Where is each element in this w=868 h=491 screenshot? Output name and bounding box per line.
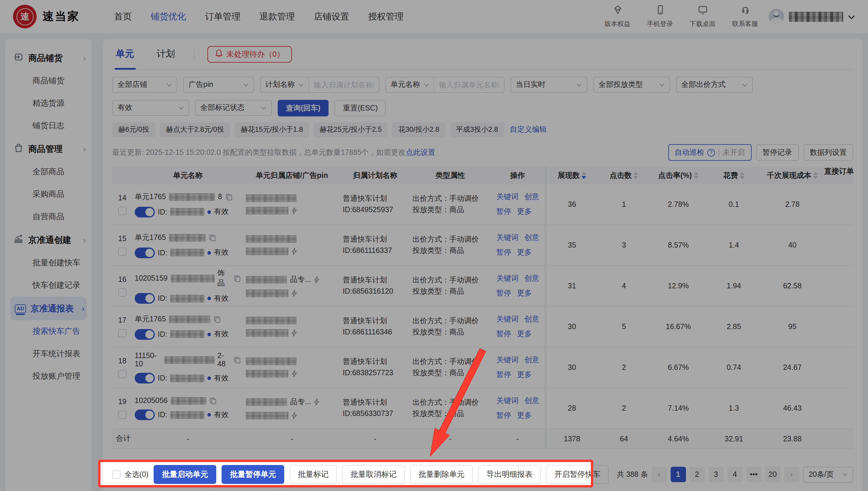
batch-button-开启暂停快车[interactable]: 开启暂停快车 <box>546 465 609 484</box>
plan-name-input[interactable] <box>309 81 379 89</box>
pending-todo-button[interactable]: 未处理待办（0） <box>207 46 292 62</box>
more-link[interactable]: 更多 <box>517 329 532 339</box>
sidebar-item-全部商品[interactable]: 全部商品 <box>5 161 92 183</box>
preset-chip[interactable]: 赫花15元/投小于1.8 <box>235 122 309 137</box>
status-select[interactable]: 有效 <box>112 100 189 116</box>
sort-icon[interactable] <box>740 172 745 179</box>
sidebar-item-搜索快车广告[interactable]: 搜索快车广告 <box>5 320 92 343</box>
batch-button-批量暂停单元[interactable]: 批量暂停单元 <box>222 465 285 484</box>
unit-enabled-toggle[interactable] <box>135 206 155 217</box>
header-metric-点击数[interactable]: 点击数 <box>599 167 649 184</box>
batch-button-批量删除单元[interactable]: 批量删除单元 <box>410 465 473 484</box>
pause-link[interactable]: 暂停 <box>496 248 511 258</box>
keyword-link[interactable]: 关键词 <box>496 192 519 202</box>
row-checkbox[interactable] <box>118 288 126 297</box>
row-checkbox[interactable] <box>118 248 126 256</box>
more-link[interactable]: 更多 <box>517 207 532 217</box>
sidebar-item-自营商品[interactable]: 自营商品 <box>5 206 92 228</box>
put-type-select[interactable]: 全部投放类型 <box>593 77 670 93</box>
row-checkbox[interactable] <box>118 370 126 378</box>
ad-pin-select[interactable]: 广告pin <box>183 77 254 93</box>
sort-icon[interactable] <box>634 172 638 179</box>
unit-name-type-select[interactable]: 单元名称 <box>386 78 434 92</box>
pause-record-button[interactable]: 暂停记录 <box>756 144 799 161</box>
pause-link[interactable]: 暂停 <box>496 288 511 298</box>
auto-inspect-button[interactable]: 自动巡检 ? | 未开启 <box>668 144 752 161</box>
unit-name-input[interactable] <box>434 81 504 89</box>
preset-chip[interactable]: 赫花25元/投小于2.5 <box>314 122 388 137</box>
change-settings-link[interactable]: 点此设置 <box>406 148 435 156</box>
mark-status-select[interactable]: 全部标记状态 <box>195 100 272 116</box>
page-button-2[interactable]: 2 <box>689 467 705 482</box>
page-size-select[interactable]: 20条/页 <box>803 466 853 483</box>
batch-button-批量取消标记[interactable]: 批量取消标记 <box>342 465 405 484</box>
sidebar-group-商品管理[interactable]: 商品管理› <box>5 137 92 161</box>
page-button-•••[interactable]: ••• <box>746 467 761 482</box>
nav-item-退款管理[interactable]: 退款管理 <box>259 11 295 22</box>
page-button-20[interactable]: 20 <box>765 467 780 482</box>
creative-link[interactable]: 创意 <box>524 355 539 365</box>
pause-link[interactable]: 暂停 <box>496 329 511 339</box>
select-all[interactable]: 全选(0) <box>112 469 149 480</box>
keyword-link[interactable]: 关键词 <box>496 273 519 284</box>
header-metric-千次展现成本[interactable]: 千次展现成本 <box>760 167 824 184</box>
prev-page-button[interactable]: ‹ <box>652 467 667 482</box>
page-button-4[interactable]: 4 <box>727 467 743 482</box>
more-link[interactable]: 更多 <box>517 370 532 380</box>
quick-版本权益[interactable]: 版本权益 <box>602 5 633 28</box>
keyword-link[interactable]: 关键词 <box>496 233 519 243</box>
sort-icon[interactable] <box>582 172 586 179</box>
sidebar-group-京准通报表[interactable]: AD京准通报表› <box>10 297 87 320</box>
unit-enabled-toggle[interactable] <box>135 373 155 383</box>
nav-item-首页[interactable]: 首页 <box>114 11 132 22</box>
sidebar-item-快车创建记录[interactable]: 快车创建记录 <box>5 274 92 297</box>
preset-chip[interactable]: 赫6元/0投 <box>112 122 155 137</box>
reset-button[interactable]: 重置(ESC) <box>335 100 386 116</box>
tab-plan[interactable]: 计划 <box>153 39 178 69</box>
header-metric-花费[interactable]: 花费 <box>707 167 760 184</box>
more-link[interactable]: 更多 <box>517 411 532 421</box>
nav-item-店铺设置[interactable]: 店铺设置 <box>314 11 349 22</box>
batch-button-批量启动单元[interactable]: 批量启动单元 <box>154 465 216 484</box>
keyword-link[interactable]: 关键词 <box>496 355 519 365</box>
pause-link[interactable]: 暂停 <box>496 207 511 217</box>
pause-link[interactable]: 暂停 <box>496 370 511 380</box>
creative-link[interactable]: 创意 <box>524 396 539 406</box>
preset-chip[interactable]: 花30/投小2.8 <box>392 122 445 137</box>
header-metric-点击率(%)[interactable]: 点击率(%) <box>649 167 707 184</box>
preset-chip[interactable]: 平成3投小2.8 <box>450 122 504 137</box>
sidebar-group-商品铺货[interactable]: 商品铺货› <box>5 46 92 70</box>
sidebar-item-批量创建快车[interactable]: 批量创建快车 <box>5 252 92 274</box>
quick-下载桌面[interactable]: 下载桌面 <box>687 5 718 28</box>
page-button-1[interactable]: 1 <box>670 467 686 482</box>
sidebar-item-精选货源[interactable]: 精选货源 <box>5 92 92 115</box>
sidebar-item-开车统计报表[interactable]: 开车统计报表 <box>5 343 92 365</box>
creative-link[interactable]: 创意 <box>524 273 539 284</box>
sort-icon[interactable] <box>813 172 818 179</box>
row-checkbox[interactable] <box>118 329 126 337</box>
bid-type-select[interactable]: 全部出价方式 <box>676 77 753 93</box>
unit-enabled-toggle[interactable] <box>135 409 155 420</box>
sidebar-item-投放账户管理[interactable]: 投放账户管理 <box>5 365 92 387</box>
keyword-link[interactable]: 关键词 <box>496 314 519 324</box>
select-all-checkbox[interactable] <box>112 470 120 479</box>
preset-chip[interactable]: 赫点大于2.8元/0投 <box>160 122 230 137</box>
more-link[interactable]: 更多 <box>517 248 532 258</box>
unit-enabled-toggle[interactable] <box>135 247 155 258</box>
plan-name-type-select[interactable]: 计划名称 <box>261 78 309 92</box>
next-page-button[interactable]: › <box>784 467 799 482</box>
unit-enabled-toggle[interactable] <box>135 329 155 340</box>
sidebar-item-商品铺货[interactable]: 商品铺货 <box>5 70 92 92</box>
nav-item-订单管理[interactable]: 订单管理 <box>205 11 240 22</box>
more-link[interactable]: 更多 <box>517 288 532 298</box>
creative-link[interactable]: 创意 <box>524 192 539 202</box>
creative-link[interactable]: 创意 <box>524 233 539 243</box>
batch-button-导出明细报表[interactable]: 导出明细报表 <box>478 465 541 484</box>
shop-select[interactable]: 全部店铺 <box>112 77 177 93</box>
user-menu[interactable] <box>769 9 855 24</box>
nav-item-铺货优化[interactable]: 铺货优化 <box>151 11 186 22</box>
logo[interactable]: 速 速当家 <box>13 5 80 28</box>
tab-unit[interactable]: 单元 <box>112 39 138 69</box>
quick-联系客服[interactable]: 联系客服 <box>730 5 760 28</box>
sidebar-item-铺货日志[interactable]: 铺货日志 <box>5 115 92 137</box>
